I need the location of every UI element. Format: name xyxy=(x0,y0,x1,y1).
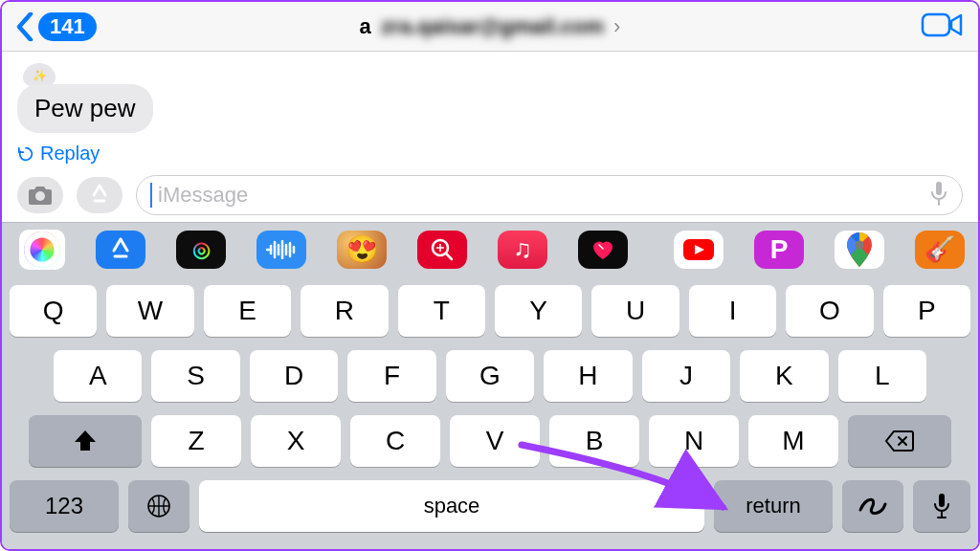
picsart-app[interactable]: P xyxy=(754,231,804,269)
key-s[interactable]: S xyxy=(151,350,239,402)
dictation-key[interactable] xyxy=(913,480,970,532)
facetime-button[interactable] xyxy=(921,10,965,44)
music-app[interactable]: ♫ xyxy=(498,231,547,269)
key-i[interactable]: I xyxy=(689,285,776,337)
delete-key[interactable] xyxy=(848,415,951,467)
key-y[interactable]: Y xyxy=(495,285,582,337)
replay-button[interactable]: Replay xyxy=(17,143,963,165)
appstore-app[interactable] xyxy=(96,231,145,269)
key-k[interactable]: K xyxy=(740,350,828,402)
key-j[interactable]: J xyxy=(642,350,730,402)
activity-rings-icon: ◎ xyxy=(192,237,211,262)
key-f[interactable]: F xyxy=(347,350,435,402)
dictation-inline-icon[interactable] xyxy=(929,181,948,209)
key-w[interactable]: W xyxy=(106,285,193,337)
unread-badge: 141 xyxy=(38,12,97,41)
key-o[interactable]: O xyxy=(786,285,873,337)
svg-rect-0 xyxy=(923,14,949,35)
keyboard: Q W E R T Y U I O P A S D F G H J K L Z … xyxy=(2,276,978,551)
space-key[interactable]: space xyxy=(199,480,704,532)
memoji-face-icon: 😍 xyxy=(345,233,379,265)
picsart-p-icon: P xyxy=(770,234,789,265)
garageband-app[interactable]: 🎸 xyxy=(915,231,965,269)
key-m[interactable]: M xyxy=(748,415,838,467)
music-note-icon: ♫ xyxy=(513,234,532,264)
key-p[interactable]: P xyxy=(883,285,970,337)
photos-app[interactable] xyxy=(19,230,65,270)
camera-button[interactable] xyxy=(17,177,63,213)
incoming-message[interactable]: Pew pew xyxy=(17,84,153,133)
chevron-right-icon: › xyxy=(613,14,620,39)
return-key[interactable]: return xyxy=(714,480,833,532)
key-u[interactable]: U xyxy=(591,285,679,337)
search-grid-icon xyxy=(430,237,455,262)
chevron-left-icon xyxy=(15,12,34,41)
key-d[interactable]: D xyxy=(250,350,338,402)
svg-point-6 xyxy=(856,240,864,249)
svg-rect-8 xyxy=(939,494,945,507)
key-a[interactable]: A xyxy=(54,350,142,402)
key-r[interactable]: R xyxy=(301,285,388,337)
key-x[interactable]: X xyxy=(251,415,341,467)
key-h[interactable]: H xyxy=(544,350,632,402)
svg-rect-2 xyxy=(936,182,942,195)
title-prefix: a xyxy=(360,14,372,39)
composer-row: iMessage xyxy=(2,168,978,222)
replay-icon xyxy=(17,145,34,163)
key-q[interactable]: Q xyxy=(10,285,97,337)
title-blurred: zra.qaisar@gmail.com xyxy=(381,14,604,39)
key-z[interactable]: Z xyxy=(151,415,241,467)
key-e[interactable]: E xyxy=(204,285,291,337)
key-l[interactable]: L xyxy=(838,350,926,402)
waveform-icon xyxy=(265,240,298,259)
youtube-icon xyxy=(681,237,716,262)
key-n[interactable]: N xyxy=(649,415,739,467)
key-row-2: A S D F G H J K L xyxy=(10,350,970,402)
heart-icon xyxy=(590,238,616,261)
globe-icon xyxy=(145,493,172,519)
replay-label: Replay xyxy=(40,143,100,165)
message-input[interactable]: iMessage xyxy=(136,175,963,215)
key-g[interactable]: G xyxy=(446,350,534,402)
audio-messages-app[interactable] xyxy=(256,231,306,269)
key-v[interactable]: V xyxy=(450,415,540,467)
photos-icon xyxy=(24,231,60,268)
images-app[interactable] xyxy=(417,231,467,269)
appstore-icon xyxy=(86,182,113,209)
shift-icon xyxy=(73,429,98,453)
apps-button[interactable] xyxy=(77,177,122,213)
text-caret xyxy=(150,183,152,208)
back-button[interactable]: 141 xyxy=(15,12,97,41)
microphone-icon xyxy=(932,493,951,519)
numbers-key[interactable]: 123 xyxy=(10,480,119,532)
imessage-app-strip: ◎ 😍 ♫ P 🎸 xyxy=(2,222,978,276)
navigation-bar: 141 azra.qaisar@gmail.com › xyxy=(2,2,978,52)
shift-key[interactable] xyxy=(29,415,142,467)
video-icon xyxy=(921,10,965,40)
digital-touch-app[interactable] xyxy=(578,231,628,269)
svg-point-1 xyxy=(35,191,45,201)
memoji-app[interactable]: 😍 xyxy=(337,231,387,269)
key-row-4: 123 space return xyxy=(10,480,970,532)
guitar-icon: 🎸 xyxy=(924,234,955,264)
key-c[interactable]: C xyxy=(350,415,440,467)
message-placeholder: iMessage xyxy=(158,183,924,208)
key-row-1: Q W E R T Y U I O P xyxy=(10,285,970,337)
key-t[interactable]: T xyxy=(398,285,485,337)
youtube-app[interactable] xyxy=(674,231,724,269)
map-pin-icon xyxy=(847,232,872,267)
fitness-app[interactable]: ◎ xyxy=(176,231,226,269)
conversation-area: ✨ Pew pew Replay xyxy=(2,52,978,168)
backspace-icon xyxy=(884,430,915,452)
google-maps-app[interactable] xyxy=(835,231,884,269)
key-b[interactable]: B xyxy=(549,415,639,467)
conversation-title[interactable]: azra.qaisar@gmail.com › xyxy=(360,14,621,39)
camera-icon xyxy=(27,184,54,207)
scribble-icon xyxy=(857,493,889,519)
appstore-a-icon xyxy=(107,236,134,263)
scribble-key[interactable] xyxy=(842,480,903,532)
key-row-3: Z X C V B N M xyxy=(10,415,970,467)
globe-key[interactable] xyxy=(128,480,189,532)
